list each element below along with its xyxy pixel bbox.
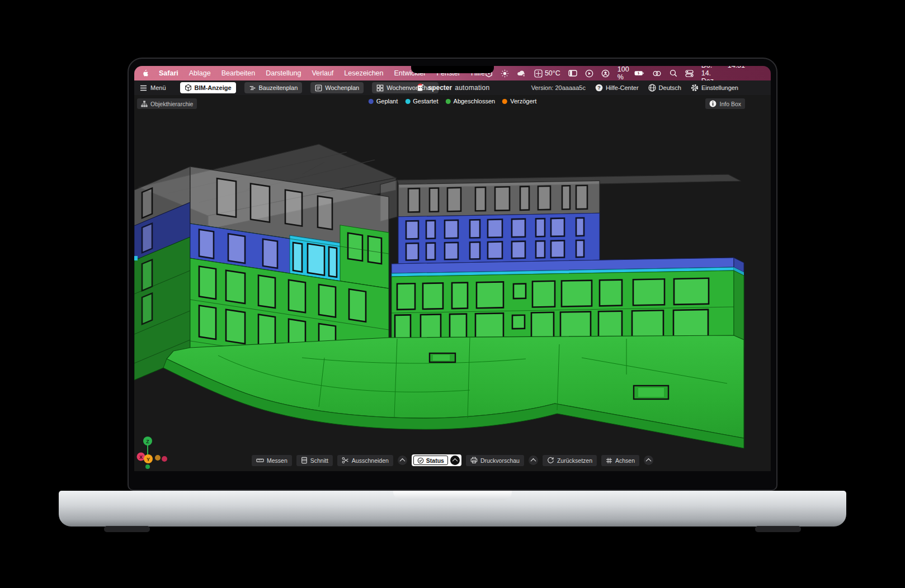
legend-dot-verzoegert: [502, 99, 507, 104]
gantt-icon: [249, 84, 256, 92]
section-icon: [301, 457, 308, 464]
brand-name-bold: specter: [428, 84, 452, 92]
cut-button[interactable]: Ausschneiden: [337, 455, 393, 466]
user-circle-icon[interactable]: [601, 69, 610, 78]
hierarchy-icon: [141, 101, 148, 107]
right-building-side-face: [734, 258, 744, 348]
bim-viewport: Objekthierarchie Info Box Geplant Gestar…: [134, 95, 771, 471]
legend-dot-geplant: [369, 99, 374, 104]
info-box-button[interactable]: Info Box: [705, 98, 745, 109]
laptop-screen: Safari Ablage Bearbeiten Darstellung Ver…: [134, 66, 771, 471]
printer-icon: [470, 457, 478, 464]
laptop-foot: [755, 526, 801, 532]
status-expand-button[interactable]: [450, 456, 460, 465]
cloud-off-icon[interactable]: [517, 69, 526, 78]
temperature-label: 50°C: [545, 69, 560, 77]
language-selector[interactable]: Deutsch: [648, 84, 681, 92]
cyan-sliver: [134, 256, 138, 260]
specter-automation-logo: specter automation: [415, 83, 489, 93]
left-face-shade: [134, 167, 190, 380]
menu-verlauf[interactable]: Verlauf: [312, 69, 333, 77]
legend-item-gestartet: Gestartet: [405, 98, 438, 105]
gizmo-neg-y-axis: [155, 455, 161, 461]
svg-text:?: ?: [597, 85, 601, 91]
ruler-icon: [256, 457, 264, 464]
print-expand-button[interactable]: [529, 456, 538, 465]
status-button[interactable]: Status: [413, 456, 448, 465]
list-box-icon: [315, 84, 322, 92]
tab-bim-anzeige[interactable]: BIM-Anzeige: [180, 82, 236, 93]
lid-open-groove: [393, 491, 512, 500]
measure-button[interactable]: Messen: [252, 455, 292, 466]
bim-model-canvas[interactable]: [134, 95, 771, 471]
reset-button[interactable]: Zurücksetzen: [543, 455, 597, 466]
print-preview-button[interactable]: Druckvorschau: [466, 455, 524, 466]
menu-safari[interactable]: Safari: [159, 69, 178, 77]
ground-deck: [163, 335, 744, 448]
reset-icon: [547, 457, 554, 464]
camera-notch: [411, 66, 494, 73]
legend-item-verzoegert: Verzögert: [502, 98, 536, 105]
app-toolbar: Menü BIM-Anzeige Bauzeitenplan Wochenpla…: [134, 80, 771, 95]
svg-text:Z: Z: [146, 439, 149, 444]
status-legend: Geplant Gestartet Abgeschlossen Verzöger…: [369, 98, 536, 105]
display-brightness-icon[interactable]: [501, 69, 509, 78]
globe-icon: [648, 84, 656, 92]
section-button[interactable]: Schnitt: [296, 455, 333, 466]
battery-indicator[interactable]: 100 %: [618, 66, 644, 81]
legend-dot-gestartet: [405, 99, 410, 104]
menu-bearbeiten[interactable]: Bearbeiten: [221, 69, 255, 77]
check-circle-icon: [417, 457, 424, 464]
play-circle-icon[interactable]: [585, 69, 593, 78]
axes-button[interactable]: Achsen: [601, 455, 639, 466]
tab-wochenplan[interactable]: Wochenplan: [310, 82, 364, 93]
tether-link-icon[interactable]: [652, 70, 662, 77]
control-center-icon[interactable]: [685, 70, 694, 77]
svg-text:X: X: [139, 454, 143, 460]
menu-darstellung[interactable]: Darstellung: [266, 69, 301, 77]
settings-link[interactable]: Einstellungen: [691, 84, 738, 92]
split-view-icon[interactable]: [568, 69, 577, 77]
object-hierarchy-button[interactable]: Objekthierarchie: [137, 98, 197, 109]
scissors-icon: [342, 457, 349, 464]
tab-bauzeitenplan[interactable]: Bauzeitenplan: [244, 82, 303, 93]
help-center-link[interactable]: ? Hilfe-Center: [595, 84, 639, 92]
ghost-logo-icon: [415, 83, 425, 93]
legend-dot-abgeschlossen: [446, 99, 451, 104]
brand-name-light: automation: [455, 84, 489, 92]
orientation-gizmo[interactable]: Z X Y: [136, 435, 170, 470]
info-icon: [709, 100, 717, 107]
laptop-base: [59, 491, 846, 527]
grid-icon: [376, 84, 384, 92]
hamburger-icon: [140, 85, 147, 91]
gear-icon: [691, 84, 699, 92]
search-icon[interactable]: [670, 69, 677, 77]
axes-expand-button[interactable]: [644, 456, 653, 465]
app-menu-label: Menü: [150, 84, 166, 91]
legend-item-geplant: Geplant: [369, 98, 398, 105]
laptop-foot: [104, 526, 150, 532]
gizmo-neg-x-axis: [162, 456, 167, 462]
right-building-front-face: [392, 178, 734, 352]
fan-temperature-indicator[interactable]: 50°C: [534, 69, 560, 78]
legend-item-abgeschlossen: Abgeschlossen: [446, 98, 496, 105]
menu-lesezeichen[interactable]: Lesezeichen: [344, 69, 383, 77]
apple-icon[interactable]: [142, 69, 148, 77]
laptop-lid: Safari Ablage Bearbeiten Darstellung Ver…: [128, 58, 777, 491]
svg-text:Y: Y: [147, 457, 150, 462]
status-tool-group: Status: [412, 454, 461, 466]
menu-ablage[interactable]: Ablage: [189, 69, 211, 77]
version-label: Version: 20aaaaa5c: [531, 84, 586, 91]
cube-icon: [185, 84, 192, 92]
viewer-toolbar: Messen Schnitt Ausschneiden Status D: [252, 454, 653, 466]
cut-expand-button[interactable]: [398, 456, 407, 465]
question-circle-icon: ?: [595, 84, 603, 92]
axes-grid-icon: [606, 457, 612, 464]
app-menu-button[interactable]: Menü: [140, 84, 166, 91]
gizmo-neg-z-axis: [145, 464, 150, 469]
battery-percent-label: 100 %: [618, 66, 633, 81]
